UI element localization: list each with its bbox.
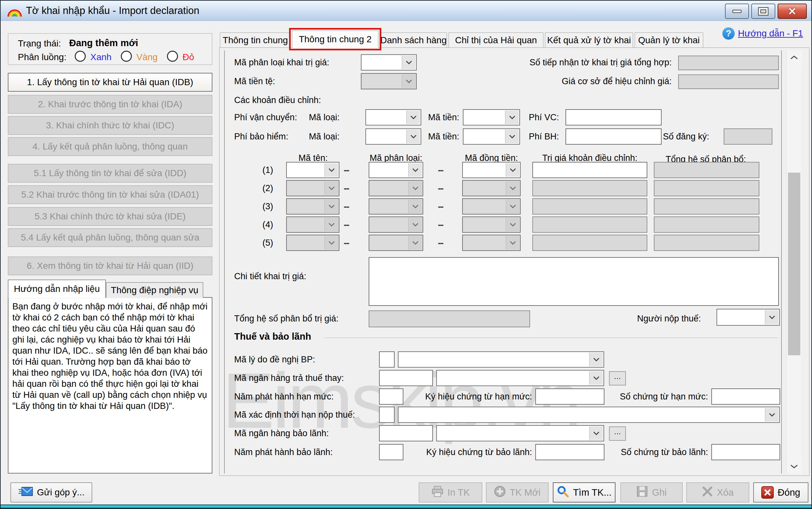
phi-bh-ma-tien-label: Mã tiền: — [428, 132, 459, 142]
import-declaration-window: Tờ khai nhập khẩu - Import declaration ✕… — [0, 0, 812, 509]
find-declaration-button[interactable]: Tìm TK... — [553, 482, 616, 503]
nh-tra-thay-combo[interactable] — [436, 370, 604, 386]
tab-danh-sach-hang[interactable]: Danh sách hàng — [380, 33, 447, 47]
so-ct-han-muc-label: Số chứng từ hạn mức: — [610, 392, 708, 402]
chi-tiet-textarea[interactable] — [369, 257, 779, 306]
adj-row-index: (2) — [254, 183, 273, 193]
guide-textbox: Bạn đang ở bước nhập mới tờ khai, để nhậ… — [8, 297, 213, 474]
chevron-down-icon — [506, 218, 519, 231]
radio-lane-xanh[interactable] — [75, 51, 86, 62]
minimize-button[interactable] — [725, 4, 749, 19]
adj1-ma-dong-tien-combo[interactable] — [462, 162, 521, 178]
send-feedback-label: Gửi góp ý... — [37, 487, 84, 498]
ky-hieu-han-muc-input[interactable] — [535, 388, 604, 405]
chevron-down-icon — [325, 163, 338, 177]
step-button-phan-luong-sua: 5.4 Lấy kết quả phân luồng, thông quan s… — [8, 228, 213, 247]
phi-bh-ma-tien-combo[interactable] — [463, 128, 520, 145]
ma-xac-dinh-code-input[interactable] — [379, 407, 395, 423]
so-ct-bao-lanh-input[interactable] — [711, 444, 780, 460]
vertical-scrollbar[interactable] — [786, 50, 802, 474]
scroll-up-arrow-icon[interactable] — [786, 50, 802, 65]
section-divider — [324, 338, 778, 338]
tab-chi-thi-hai-quan[interactable]: Chỉ thị của Hải quan — [448, 33, 543, 47]
nh-bao-lanh-code-input[interactable] — [379, 425, 433, 441]
send-feedback-button[interactable]: Gửi góp ý... — [10, 482, 92, 503]
tab-thong-diep-nghiep-vu[interactable]: Thông điệp nghiệp vụ — [106, 282, 203, 298]
new-declaration-button: TK Mới — [486, 482, 549, 503]
ma-phan-loai-combo[interactable] — [361, 54, 417, 71]
gia-co-so-label: Giá cơ sở để hiệu chỉnh giá: — [512, 76, 672, 87]
chevron-down-icon — [408, 163, 422, 177]
phi-bh-input[interactable] — [565, 128, 662, 145]
nam-bao-lanh-input[interactable] — [379, 444, 403, 460]
ma-xac-dinh-combo[interactable] — [398, 407, 780, 423]
nh-tra-thay-code-input[interactable] — [379, 370, 433, 386]
radio-lane-do[interactable] — [167, 51, 178, 62]
tab-huong-dan-nhap-lieu[interactable]: Hướng dẫn nhập liệu — [8, 279, 106, 298]
gia-co-so-input — [678, 74, 779, 89]
dash: -- — [344, 183, 349, 194]
dash: -- — [438, 201, 443, 212]
adj2-tong-he-so-input — [654, 180, 760, 196]
ma-ly-do-combo[interactable] — [398, 351, 604, 368]
chi-tiet-label: Chi tiết khai trị giá: — [234, 271, 306, 281]
nam-han-muc-input[interactable] — [379, 388, 403, 405]
tab-thong-tin-chung-2[interactable]: Thông tin chung 2 — [292, 31, 378, 48]
ma-ly-do-label: Mã lý do đề nghị BP: — [234, 354, 315, 365]
help-link[interactable]: ? Hướng dẫn - F1 — [722, 27, 803, 40]
nguoi-nop-thue-label: Người nộp thuế: — [609, 314, 701, 324]
nguoi-nop-thue-combo[interactable] — [716, 309, 780, 326]
dash: -- — [438, 165, 443, 175]
nh-bao-lanh-browse-button[interactable]: ... — [609, 427, 626, 441]
ma-tien-te-label: Mã tiền tệ: — [234, 76, 275, 87]
maximize-button[interactable] — [751, 4, 775, 19]
chevron-down-icon — [325, 181, 338, 195]
tab-quan-ly-to-khai[interactable]: Quản lý tờ khai — [635, 33, 703, 47]
ky-hieu-bao-lanh-input[interactable] — [535, 444, 604, 460]
adj1-tri-gia-input[interactable] — [532, 162, 647, 178]
adj4-ma-ten-combo — [286, 216, 339, 233]
ma-ly-do-code-input[interactable] — [379, 351, 395, 368]
phi-bh-ma-loai-combo[interactable] — [365, 128, 421, 145]
phi-vc-ma-tien-label: Mã tiền: — [428, 112, 459, 123]
chevron-down-icon — [408, 200, 422, 213]
radio-lane-vang[interactable] — [121, 51, 132, 62]
tab-thong-tin-chung[interactable]: Thông tin chung — [220, 33, 291, 47]
tong-he-so-label: Tổng hệ số phân bổ trị giá: — [234, 314, 338, 324]
chevron-down-icon — [506, 181, 519, 195]
chevron-down-icon — [325, 218, 338, 231]
printer-icon — [431, 485, 444, 500]
adj1-ma-ten-combo[interactable] — [286, 162, 339, 178]
step-button-phan-luong: 4. Lấy kết quả phân luồng, thông quan — [8, 137, 213, 156]
tab-content-panel: Eimskip.vn Mã phân loại khai trị giá: Số… — [219, 47, 809, 476]
so-ct-bao-lanh-label: Số chứng từ bảo lãnh: — [610, 447, 708, 457]
phi-bh-label: Phí bảo hiểm: — [234, 132, 288, 142]
dash: -- — [344, 201, 349, 212]
phi-bh-phi-label: Phí BH: — [529, 132, 559, 142]
nh-bao-lanh-combo[interactable] — [436, 425, 604, 441]
rainbow-app-icon — [7, 5, 22, 19]
adj1-ma-phan-loai-combo[interactable] — [369, 162, 423, 178]
nh-bao-lanh-label: Mã ngân hàng bảo lãnh: — [234, 429, 329, 438]
adj2-ma-ten-combo — [286, 180, 339, 196]
chevron-down-icon — [506, 163, 519, 177]
red-close-icon — [761, 486, 774, 499]
scroll-down-arrow-icon[interactable] — [786, 459, 802, 474]
delete-button: Xóa — [686, 482, 749, 503]
chevron-down-icon — [506, 236, 519, 250]
tab-ket-qua-xu-ly[interactable]: Kết quả xử lý tờ khai — [545, 33, 633, 47]
scrollbar-thumb[interactable] — [788, 173, 800, 355]
phi-vc-ma-tien-combo[interactable] — [463, 109, 520, 126]
nh-tra-thay-browse-button[interactable]: ... — [609, 371, 626, 385]
step-button-idb[interactable]: 1. Lấy thông tin tờ khai từ Hải quan (ID… — [8, 73, 213, 92]
step-button-idc: 3. Khai chính thức tờ khai (IDC) — [8, 116, 213, 135]
step-button-ida: 2. Khai trước thông tin tờ khai (IDA) — [8, 95, 213, 114]
chevron-down-icon — [408, 181, 422, 195]
so-ct-han-muc-input[interactable] — [711, 388, 780, 405]
close-window-button[interactable]: ✕ — [778, 4, 807, 19]
step-button-idd: 5.1 Lấy thông tin tờ khai để sửa (IDD) — [8, 164, 213, 183]
phi-vc-ma-loai-combo[interactable] — [365, 109, 421, 126]
phi-vc-input[interactable] — [565, 109, 662, 126]
close-dialog-button[interactable]: Đóng — [753, 482, 808, 503]
chevron-down-icon — [408, 236, 422, 250]
